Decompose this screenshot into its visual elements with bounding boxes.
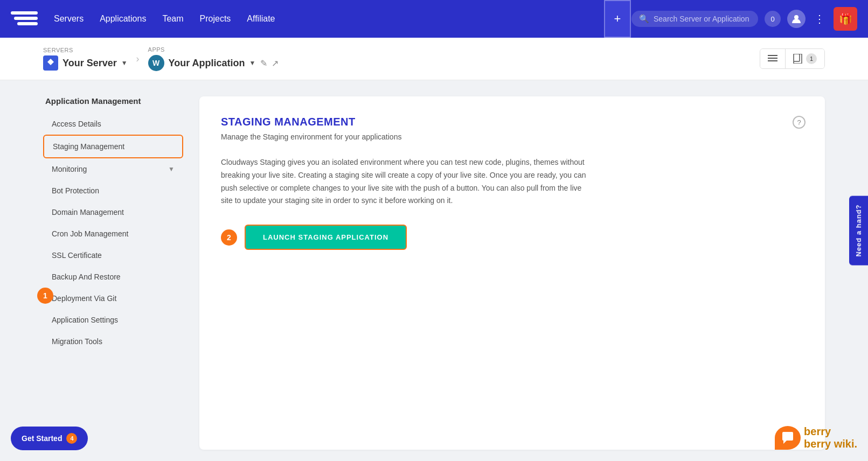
sidebar-item-access-details[interactable]: Access Details (43, 113, 183, 135)
server-name: Your Server (63, 58, 117, 69)
nav-projects[interactable]: Projects (200, 14, 231, 24)
app-chevron-icon: ▼ (249, 59, 256, 67)
staging-management-description: Cloudways Staging gives you an isolated … (221, 156, 587, 207)
need-a-hand-tab[interactable]: Need a hand? (849, 195, 868, 265)
wordpress-icon: W (148, 55, 164, 71)
sidebar-item-ssl-certificate[interactable]: SSL Certificate (43, 245, 183, 266)
svg-rect-16 (768, 60, 777, 61)
user-avatar[interactable] (787, 10, 805, 28)
berry-wiki-text: berry berry wiki. (804, 425, 857, 450)
logo[interactable] (11, 9, 38, 29)
nav-links: Servers Applications Team Projects Affil… (54, 14, 609, 24)
sidebar-item-deployment-git[interactable]: Deployment Via Git (43, 288, 183, 309)
app-selector[interactable]: W Your Application ▼ ✎ ↗ (148, 55, 279, 71)
annotation-badge-1: 1 (37, 288, 53, 304)
view-toggle: 1 (760, 48, 825, 69)
svg-marker-13 (47, 59, 54, 65)
external-link-icon[interactable]: ↗ (272, 58, 279, 68)
sidebar-section-title: Application Management (43, 96, 183, 106)
sidebar-item-monitoring[interactable]: Monitoring ▼ (43, 158, 183, 180)
sidebar-item-migration-tools[interactable]: Migration Tools (43, 331, 183, 352)
get-started-count: 4 (66, 433, 77, 444)
server-section: Servers Your Server ▼ (43, 47, 128, 71)
top-navigation: Servers Applications Team Projects Affil… (0, 0, 868, 38)
get-started-label: Get Started (22, 434, 62, 443)
chevron-down-icon: ▼ (168, 165, 175, 173)
sidebar: Application Management Access Details St… (43, 96, 183, 450)
staging-management-subtitle: Manage the Staging environment for your … (221, 132, 803, 141)
sidebar-item-domain-management[interactable]: Domain Management (43, 201, 183, 223)
search-box[interactable]: 🔍 (631, 11, 758, 27)
search-icon: 🔍 (639, 14, 649, 24)
breadcrumb: Servers Your Server ▼ › Apps W Your Appl… (0, 38, 868, 80)
nav-team[interactable]: Team (162, 14, 183, 24)
content-panel: ? STAGING MANAGEMENT Manage the Staging … (199, 96, 825, 450)
servers-label: Servers (43, 47, 128, 53)
nav-applications[interactable]: Applications (100, 14, 146, 24)
app-section: Apps W Your Application ▼ ✎ ↗ (148, 46, 279, 71)
breadcrumb-right: 1 (760, 48, 825, 69)
sidebar-item-bot-protection[interactable]: Bot Protection (43, 180, 183, 201)
server-icon (43, 55, 58, 71)
get-started-button[interactable]: Get Started 4 (11, 427, 88, 450)
sidebar-item-application-settings[interactable]: Application Settings (43, 309, 183, 331)
sidebar-item-staging-management[interactable]: Staging Management (43, 135, 183, 158)
app-name: Your Application (169, 58, 245, 69)
annotation-badge-2: 2 (221, 229, 237, 246)
svg-rect-18 (794, 54, 800, 61)
files-view-button[interactable]: 1 (786, 49, 824, 68)
breadcrumb-arrow-icon: › (136, 53, 140, 65)
files-count-badge: 1 (806, 53, 817, 64)
nav-servers[interactable]: Servers (54, 14, 84, 24)
berry-wiki-chat[interactable]: berry berry wiki. (775, 425, 857, 450)
help-icon[interactable]: ? (793, 116, 805, 129)
svg-rect-1 (14, 17, 38, 20)
svg-point-12 (794, 15, 798, 19)
edit-app-icon[interactable]: ✎ (260, 58, 267, 68)
server-chevron-icon: ▼ (121, 59, 128, 67)
main-layout: 1 Application Management Access Details … (0, 80, 868, 461)
apps-label: Apps (148, 46, 279, 53)
svg-rect-15 (768, 58, 777, 59)
sidebar-item-cron-job[interactable]: Cron Job Management (43, 223, 183, 245)
notification-badge[interactable]: 0 (765, 11, 781, 27)
search-input[interactable] (654, 15, 751, 23)
staging-management-title: STAGING MANAGEMENT (221, 116, 803, 128)
gift-button[interactable]: 🎁 (834, 7, 857, 31)
list-view-button[interactable] (760, 49, 786, 68)
server-selector[interactable]: Your Server ▼ (43, 55, 128, 71)
svg-rect-2 (17, 22, 38, 25)
svg-rect-0 (11, 11, 38, 15)
nav-affiliate[interactable]: Affiliate (247, 14, 275, 24)
add-button[interactable]: + (604, 0, 631, 38)
more-menu[interactable]: ⋮ (812, 10, 827, 27)
sidebar-item-backup-restore[interactable]: Backup And Restore (43, 266, 183, 288)
svg-rect-14 (768, 55, 777, 56)
berry-bubble-icon (775, 426, 801, 450)
launch-staging-button[interactable]: LAUNCH STAGING APPLICATION (245, 225, 407, 250)
